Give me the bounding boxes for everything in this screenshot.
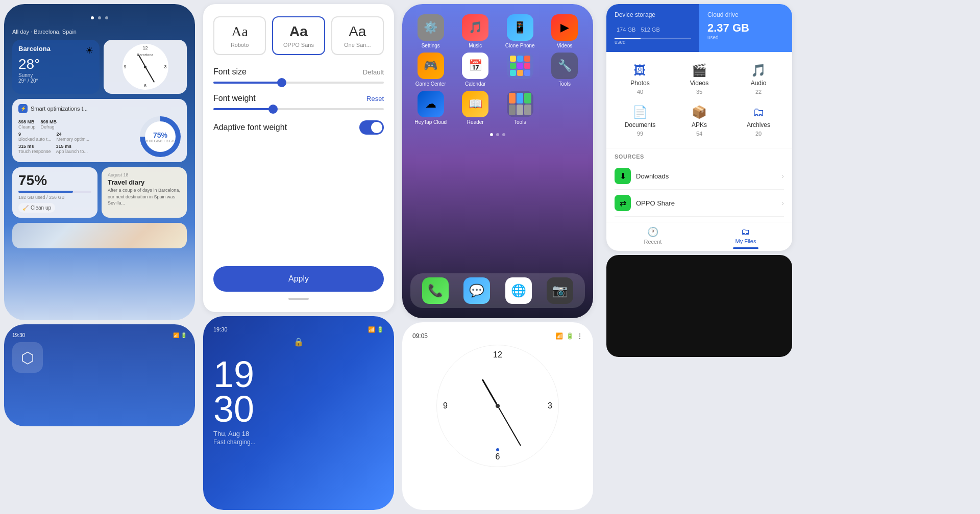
font-weight-setting: Font weight Reset [213,94,384,110]
column-5: Device storage 174 GB 512 GB used Cloud … [602,0,796,514]
clone-phone-icon: 📱 [507,14,533,41]
file-type-archives[interactable]: 🗂 Archives 20 [729,100,788,142]
adaptive-toggle[interactable] [359,120,384,135]
folder2-icon [507,91,533,117]
clock-num-9: 9 [124,64,127,69]
app-folder[interactable] [500,53,541,87]
font-weight-slider[interactable] [213,108,384,110]
dock: 📞 💬 🌐 📷 [410,273,585,308]
reset-button[interactable]: Reset [366,95,384,102]
messages-icon: 💬 [463,277,490,304]
file-type-audio[interactable]: 🎵 Audio 22 [729,58,788,100]
file-type-documents[interactable]: 📄 Documents 99 [610,100,670,142]
source-downloads[interactable]: ⬇ Downloads › [615,163,784,190]
more-icon[interactable]: ⋮ [577,332,583,340]
font-option-oppo[interactable]: Aa OPPO Sans [272,16,325,55]
large-second-indicator [496,448,499,451]
file-manager-panel: Device storage 174 GB 512 GB used Cloud … [606,4,792,251]
app-gamecenter[interactable]: 🎮 Game Center [410,53,451,87]
column-1: All day · Barcelona, Spain Barcelona ☀ 2… [0,0,199,514]
lock-screen: 19:30 📶 🔋 🔒 1930 Thu, Aug 18 Fast chargi… [203,316,394,510]
sources-title: SOURCES [615,153,784,160]
app-label-folder2: Tools [514,119,526,125]
page-dots [410,133,585,136]
lock-date: Thu, Aug 18 [213,430,384,438]
app-calendar[interactable]: 📅 Calendar [455,53,496,87]
source-oppo-share[interactable]: ⇄ OPPO Share › [615,190,784,217]
smart-opt-title: Smart optimizations t... [31,106,88,112]
tab-myfiles[interactable]: 🗂 My Files [699,226,792,249]
storage-pct: 75% [18,172,91,189]
file-type-videos[interactable]: 🎬 Videos 35 [670,58,729,100]
tab-recent[interactable]: 🕐 Recent [606,226,699,249]
app-tools[interactable]: 🔧 Tools [545,53,585,87]
file-type-name-apks: APKs [692,121,707,128]
tools-icon: 🔧 [551,53,578,79]
page-dots [12,12,187,21]
downloads-icon: ⬇ [615,168,631,184]
app-settings[interactable]: ⚙️ Settings [410,14,451,48]
apks-icon: 📦 [692,105,707,119]
cloud-drive-label: Cloud drive [707,11,784,18]
app-label-music: Music [469,43,482,48]
file-type-apks[interactable]: 📦 APKs 54 [670,100,729,142]
large-analog-clock: 12 3 6 9 [436,345,559,467]
font-settings-panel: Aa Roboto Aa OPPO Sans Aa One San... Fon… [203,4,394,312]
adaptive-row: Adaptive font weight [213,120,384,135]
lock-time-display: 1930 [213,357,384,427]
app-heytap[interactable]: ☁ HeyTap Cloud [410,91,451,125]
file-type-name-audio: Audio [751,80,767,87]
minute-hand [145,67,155,83]
chrome-icon: 🌐 [505,277,532,304]
weather-range: 29° / 20° [18,78,93,84]
cloud-drive-sub: used [707,35,784,40]
clock-large-6: 6 [496,452,500,461]
source-name-downloads: Downloads [636,172,776,180]
dock-messages[interactable]: 💬 [463,277,490,304]
diary-title: Travel diary [108,178,181,186]
diary-card: August 18 Travel diary After a couple of… [102,167,187,218]
analog-clock: 12 3 6 9 Barcelona [122,44,168,90]
diary-date: August 18 [108,172,181,177]
center-dot [144,66,146,68]
gamecenter-icon: 🎮 [418,53,444,79]
file-type-name-photos: Photos [630,80,649,87]
apply-button[interactable]: Apply [213,266,384,292]
dock-phone[interactable]: 📞 [422,277,449,304]
weather-temp: 28° [18,56,93,72]
lock-time-status: 19:30 [213,326,228,333]
recent-icon: 🕐 [647,226,658,238]
music-icon: 🎵 [462,14,488,41]
app-reader[interactable]: 📖 Reader [455,91,496,125]
home-screen: ⚙️ Settings 🎵 Music 📱 Clone Phone ▶ Vide… [402,4,593,318]
storage-label: 192 GB used / 256 GB [18,195,91,200]
app-label-clone: Clone Phone [505,43,535,48]
app-videos[interactable]: ▶ Videos [545,14,585,48]
wifi-icon: 📶 [555,332,563,340]
sources-section: SOURCES ⬇ Downloads › ⇄ OPPO Share › [606,148,792,222]
app-clone-phone[interactable]: 📱 Clone Phone [500,14,541,48]
archives-icon: 🗂 [752,105,765,119]
dock-chrome[interactable]: 🌐 [505,277,532,304]
app-label-gamecenter: Game Center [415,81,446,87]
font-size-slider[interactable] [213,82,384,84]
column-2: Aa Roboto Aa OPPO Sans Aa One San... Fon… [199,0,398,514]
large-hour-hand [482,379,499,406]
font-option-one[interactable]: Aa One San... [331,16,384,55]
file-type-name-videos: Videos [690,80,708,87]
font-size-setting: Font size Default [213,67,384,84]
tab-recent-label: Recent [644,239,662,245]
app-label-heytap: HeyTap Cloud [414,119,447,125]
font-name-one: One San... [344,42,371,48]
app-folder2[interactable]: Tools [500,91,541,125]
settings-icon: ⚙️ [418,14,444,41]
app-music[interactable]: 🎵 Music [455,14,496,48]
bottom-handle [288,298,309,300]
font-option-roboto[interactable]: Aa Roboto [213,16,266,55]
dock-camera[interactable]: 📷 [547,277,573,304]
cleanup-button[interactable]: 🧹 Clean up [18,203,55,213]
reader-icon: 📖 [462,91,488,117]
font-size-value: Default [363,68,384,76]
file-type-photos[interactable]: 🖼 Photos 40 [610,58,670,100]
font-size-label: Font size [213,67,247,76]
